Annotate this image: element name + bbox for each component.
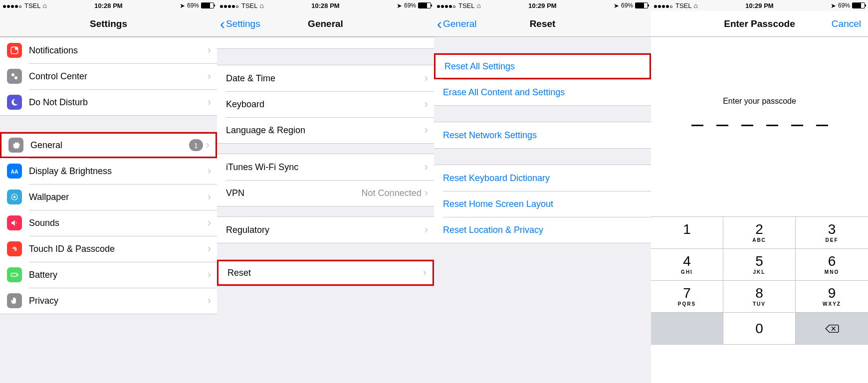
- row-keyboard[interactable]: Keyboard›: [217, 91, 434, 117]
- chevron-right-icon: ›: [206, 139, 210, 152]
- cancel-button[interactable]: Cancel: [832, 18, 861, 29]
- chevron-right-icon: ›: [208, 70, 211, 83]
- page-title: General: [308, 18, 343, 29]
- chevron-left-icon: ‹: [437, 16, 442, 31]
- sounds-icon: [7, 215, 22, 230]
- row-date-time[interactable]: Date & Time›: [217, 65, 434, 91]
- row-itunes-wi-fi-sync[interactable]: iTunes Wi-Fi Sync›: [217, 154, 434, 180]
- row-reset-location-privacy[interactable]: Reset Location & Privacy: [434, 217, 651, 243]
- key-6[interactable]: 6MNO: [796, 249, 868, 281]
- clock: 10:28 PM: [0, 2, 217, 9]
- chevron-right-icon: ›: [208, 294, 211, 307]
- row-regulatory[interactable]: Regulatory›: [217, 217, 434, 243]
- numeric-keypad: 1 2ABC3DEF4GHI5JKL6MNO7PQRS8TUV9WXYZ0: [651, 216, 868, 345]
- nav-bar: Settings: [0, 11, 217, 37]
- status-bar: TSEL⌂ 10:29 PM ➤69%: [434, 0, 651, 11]
- key-3[interactable]: 3DEF: [796, 217, 868, 249]
- moon-icon: [7, 95, 22, 110]
- key-1[interactable]: 1: [651, 217, 723, 249]
- status-bar: TSEL⌂ 10:28 PM ➤69%: [217, 0, 434, 11]
- chevron-right-icon: ›: [425, 187, 428, 199]
- chevron-right-icon: ›: [425, 98, 428, 111]
- row-reset-network-settings[interactable]: Reset Network Settings: [434, 122, 651, 148]
- chevron-right-icon: ›: [208, 216, 211, 229]
- chevron-right-icon: ›: [423, 266, 427, 279]
- hand-icon: [7, 293, 22, 308]
- row-reset-home-screen-layout[interactable]: Reset Home Screen Layout: [434, 191, 651, 217]
- svg-rect-8: [17, 274, 18, 276]
- key-0[interactable]: 0: [723, 313, 796, 345]
- control-icon: [7, 69, 22, 84]
- settings-row-control-center[interactable]: Control Center›: [0, 63, 217, 89]
- row-reset-all-settings[interactable]: Reset All Settings: [434, 53, 651, 79]
- svg-point-2: [11, 73, 14, 76]
- key-8[interactable]: 8TUV: [723, 281, 796, 313]
- screen-reset: TSEL⌂ 10:29 PM ➤69% ‹General Reset Reset…: [434, 0, 651, 383]
- screen-general: TSEL⌂ 10:28 PM ➤69% ‹Settings General Da…: [217, 0, 434, 383]
- gear-icon: [8, 138, 23, 153]
- display-icon: AA: [7, 164, 22, 179]
- wallpaper-icon: [7, 190, 22, 204]
- chevron-right-icon: ›: [208, 191, 211, 203]
- chevron-right-icon: ›: [425, 161, 428, 174]
- chevron-left-icon: ‹: [220, 16, 225, 31]
- key-2[interactable]: 2ABC: [723, 217, 796, 249]
- screen-settings: TSEL⌂ 10:28 PM ➤69% Settings Notificatio…: [0, 0, 217, 383]
- svg-text:AA: AA: [10, 169, 18, 175]
- key-4[interactable]: 4GHI: [651, 249, 723, 281]
- chevron-right-icon: ›: [208, 242, 211, 255]
- chevron-right-icon: ›: [425, 124, 428, 137]
- settings-row-wallpaper[interactable]: Wallpaper›: [0, 184, 217, 210]
- settings-row-touch-id-passcode[interactable]: Touch ID & Passcode›: [0, 236, 217, 262]
- svg-point-1: [15, 47, 18, 50]
- settings-row-general[interactable]: General1›: [0, 132, 217, 158]
- row-reset[interactable]: Reset›: [217, 260, 434, 286]
- notify-icon: [7, 43, 22, 58]
- settings-row-battery[interactable]: Battery›: [0, 262, 217, 288]
- chevron-right-icon: ›: [208, 96, 211, 109]
- key-7[interactable]: 7PQRS: [651, 281, 723, 313]
- touchid-icon: [7, 241, 22, 256]
- status-bar: TSEL⌂ 10:29 PM ➤69%: [651, 0, 868, 11]
- row-reset-keyboard-dictionary[interactable]: Reset Keyboard Dictionary: [434, 165, 651, 191]
- passcode-prompt: Enter your passcode: [651, 97, 868, 106]
- settings-row-do-not-disturb[interactable]: Do Not Disturb›: [0, 89, 217, 115]
- battery-icon: [201, 2, 214, 8]
- svg-point-3: [14, 76, 17, 79]
- battery-icon: [7, 267, 22, 282]
- back-button[interactable]: ‹General: [437, 16, 477, 31]
- key-9[interactable]: 9WXYZ: [796, 281, 868, 313]
- row-language-region[interactable]: Language & Region›: [217, 117, 434, 143]
- status-bar: TSEL⌂ 10:28 PM ➤69%: [0, 0, 217, 11]
- settings-row-privacy[interactable]: Privacy›: [0, 288, 217, 314]
- chevron-right-icon: ›: [208, 44, 211, 57]
- screen-passcode: TSEL⌂ 10:29 PM ➤69% Enter Passcode Cance…: [651, 0, 868, 383]
- svg-rect-7: [11, 273, 17, 276]
- key-blank: [651, 313, 723, 345]
- backspace-key[interactable]: [796, 313, 868, 345]
- chevron-right-icon: ›: [425, 223, 428, 236]
- svg-point-6: [13, 196, 16, 198]
- key-5[interactable]: 5JKL: [723, 249, 796, 281]
- row-vpn[interactable]: VPNNot Connected›: [217, 180, 434, 206]
- page-title: Reset: [530, 18, 556, 29]
- settings-row-display-brightness[interactable]: AADisplay & Brightness›: [0, 158, 217, 184]
- settings-row-notifications[interactable]: Notifications›: [0, 37, 217, 63]
- passcode-field: [651, 125, 868, 126]
- chevron-right-icon: ›: [425, 72, 428, 85]
- settings-row-sounds[interactable]: Sounds›: [0, 210, 217, 236]
- chevron-right-icon: ›: [208, 268, 211, 281]
- badge: 1: [189, 139, 203, 151]
- back-button[interactable]: ‹Settings: [220, 16, 260, 31]
- chevron-right-icon: ›: [208, 165, 211, 178]
- row-erase-all-content-and-settings[interactable]: Erase All Content and Settings: [434, 79, 651, 105]
- page-title: Settings: [90, 18, 127, 29]
- page-title: Enter Passcode: [724, 18, 795, 29]
